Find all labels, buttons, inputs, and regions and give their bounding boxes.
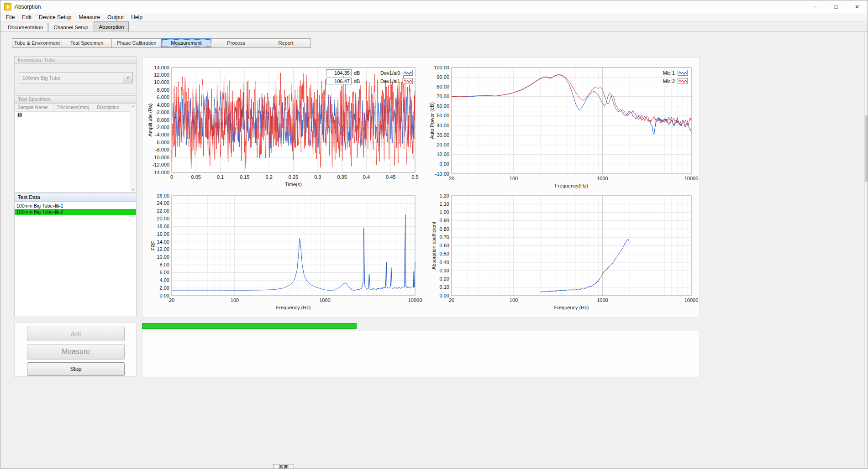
progress-fill — [142, 323, 356, 328]
svg-text:6.000: 6.000 — [157, 94, 169, 100]
ai0-level-readout: 104.35 — [326, 69, 352, 76]
svg-text:20: 20 — [169, 297, 174, 303]
ai1-level-readout: 106.47 — [326, 78, 352, 84]
menu-measure[interactable]: Measure — [75, 13, 104, 21]
table-scrollbar[interactable]: ▲ ▼ — [130, 104, 136, 192]
svg-text:0.90: 0.90 — [440, 218, 449, 223]
svg-text:14.00: 14.00 — [157, 239, 169, 245]
legend-mic1-label: Mic 1 — [657, 70, 675, 76]
svg-text:2.000: 2.000 — [157, 109, 169, 115]
svg-text:50.00: 50.00 — [437, 113, 449, 118]
legend-mic1-glyph[interactable] — [678, 70, 688, 76]
bottom-panel — [142, 331, 700, 377]
svg-text:12.00: 12.00 — [157, 246, 169, 252]
svg-text:4.00: 4.00 — [160, 277, 169, 283]
test-specimen-table-header: Sample Name Thickness(mm) Discription — [15, 104, 136, 112]
svg-text:0.60: 0.60 — [440, 243, 449, 248]
svg-text:0.00: 0.00 — [440, 293, 449, 298]
legend-dev1-ai0-label: Dev1/ai0 — [372, 70, 400, 76]
svg-text:Frequency (Hz): Frequency (Hz) — [276, 305, 311, 310]
svg-text:-10.000: -10.000 — [153, 155, 169, 160]
cell-sample-name: 棉 — [15, 112, 54, 118]
measure-button[interactable]: Measure — [27, 344, 125, 360]
svg-text:1000: 1000 — [597, 297, 608, 303]
legend-dev1-ai1-label: Dev1/ai1 — [372, 78, 400, 84]
svg-text:6.00: 6.00 — [160, 270, 169, 275]
tab-absorption[interactable]: Absorption — [94, 21, 129, 31]
stop-button[interactable]: Stop — [27, 362, 125, 376]
impedance-tube-dropdown[interactable]: 100mm Big Tube ▼ — [19, 72, 133, 83]
arm-button[interactable]: Arm — [27, 327, 125, 341]
test-specimen-table: Sample Name Thickness(mm) Discription 棉 … — [14, 103, 137, 193]
svg-text:0.80: 0.80 — [440, 226, 449, 232]
scrollbar-thumb[interactable] — [865, 115, 868, 182]
menu-help[interactable]: Help — [127, 13, 146, 21]
test-data-item-1[interactable]: 100mm Big Tube-棉-1 — [15, 203, 136, 209]
svg-text:100: 100 — [510, 176, 518, 181]
play-arrow-icon — [7, 5, 10, 9]
subtab-measurement[interactable]: Measurement — [161, 38, 211, 48]
minimize-button[interactable]: − — [805, 0, 826, 13]
maximize-button[interactable]: □ — [826, 0, 847, 13]
mic1-legend-row: Mic 1 — [657, 69, 688, 77]
svg-text:100: 100 — [510, 297, 518, 303]
menu-file[interactable]: File — [2, 13, 18, 21]
frf-chart: 0.002.004.006.008.0010.0012.0014.0016.00… — [146, 191, 425, 311]
tab-documentation[interactable]: Documentation — [3, 23, 48, 31]
svg-text:20: 20 — [449, 176, 454, 181]
window-controls: − □ ✕ — [805, 0, 868, 13]
vertical-scrollbar[interactable] — [864, 32, 868, 469]
svg-text:26.00: 26.00 — [157, 193, 169, 198]
svg-text:0.2: 0.2 — [266, 174, 273, 180]
legend-dev1-ai1-glyph[interactable] — [403, 78, 413, 84]
ai0-unit-label: dB — [354, 70, 360, 76]
svg-text:-6.000: -6.000 — [155, 140, 169, 145]
svg-text:12.000: 12.000 — [154, 72, 169, 78]
subtab-test-specimen[interactable]: Test Specimen — [62, 38, 112, 48]
subtab-report[interactable]: Report — [261, 38, 311, 48]
column-discription[interactable]: Discription — [94, 104, 123, 111]
legend-dev1-ai0-glyph[interactable] — [403, 70, 413, 76]
svg-text:10000: 10000 — [408, 297, 422, 303]
subtab-tube-environment[interactable]: Tube & Environment — [12, 38, 62, 48]
menu-device-setup[interactable]: Device Setup — [35, 13, 75, 21]
subtab-process[interactable]: Process — [211, 38, 261, 48]
application-window: Absorption − □ ✕ File Edit Device Setup … — [0, 0, 868, 469]
svg-text:-8.000: -8.000 — [155, 147, 169, 152]
menu-edit[interactable]: Edit — [18, 13, 35, 21]
dropdown-arrow-icon[interactable]: ▼ — [123, 73, 132, 83]
test-data-item-2[interactable]: 100mm Big Tube-棉-2 — [15, 209, 136, 215]
tab-channel-setup[interactable]: Channel Setup — [48, 23, 93, 31]
svg-text:1000: 1000 — [597, 176, 608, 181]
svg-text:8.00: 8.00 — [160, 262, 169, 267]
progress-bar — [142, 323, 357, 329]
impedance-tube-value: 100mm Big Tube — [19, 75, 123, 81]
svg-text:0.40: 0.40 — [440, 260, 449, 265]
svg-text:80.00: 80.00 — [437, 84, 449, 89]
svg-text:Amplitude (Pa): Amplitude (Pa) — [147, 104, 153, 137]
scroll-down-icon[interactable]: ▼ — [130, 188, 136, 191]
svg-text:1.10: 1.10 — [440, 201, 449, 207]
svg-text:0.25: 0.25 — [289, 174, 298, 180]
column-sample-name[interactable]: Sample Name — [15, 104, 54, 111]
svg-text:0.45: 0.45 — [386, 174, 395, 180]
legend-mic2-glyph[interactable] — [678, 78, 688, 84]
svg-text:20: 20 — [449, 297, 454, 303]
svg-text:0.30: 0.30 — [440, 268, 449, 273]
control-button-panel: Arm Measure Stop — [14, 323, 137, 377]
svg-text:0.000: 0.000 — [157, 117, 169, 123]
bottom-tab-draw[interactable]: 画图 — [273, 464, 294, 469]
svg-text:-14.000: -14.000 — [153, 170, 169, 175]
svg-text:10.00: 10.00 — [437, 151, 449, 157]
svg-text:18.00: 18.00 — [157, 224, 169, 229]
menu-output[interactable]: Output — [104, 13, 127, 21]
close-button[interactable]: ✕ — [847, 0, 868, 13]
svg-text:-12.000: -12.000 — [153, 162, 169, 167]
svg-text:1.20: 1.20 — [440, 193, 449, 198]
title-bar: Absorption − □ ✕ — [0, 0, 868, 13]
subtab-phase-calibration[interactable]: Phase Calibration — [111, 38, 162, 48]
table-row[interactable]: 棉 — [15, 112, 136, 118]
svg-text:0.20: 0.20 — [440, 276, 449, 281]
column-thickness[interactable]: Thickness(mm) — [54, 104, 94, 111]
scroll-up-icon[interactable]: ▲ — [130, 104, 136, 108]
